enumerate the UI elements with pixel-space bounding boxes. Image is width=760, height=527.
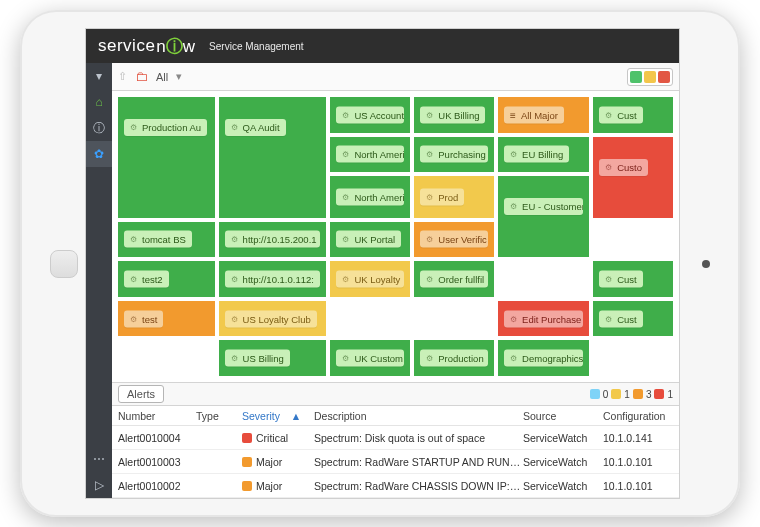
col-description[interactable]: Description	[314, 410, 523, 422]
col-source[interactable]: Source	[523, 410, 603, 422]
treemap-cell[interactable]: Prod	[412, 174, 496, 219]
treemap-chip: Prod	[420, 188, 464, 205]
treemap-chip: UK Portal	[336, 231, 401, 248]
treemap-chip: test	[124, 310, 163, 327]
col-type[interactable]: Type	[196, 410, 242, 422]
table-row[interactable]: Alert0010004CriticalSpectrum: Disk quota…	[112, 426, 679, 450]
treemap-chip: Cust	[599, 270, 643, 287]
cell-source: ServiceWatch	[523, 432, 603, 444]
treemap-chip: Cust	[599, 106, 643, 123]
treemap-cell[interactable]: Cust	[591, 299, 675, 339]
treemap-chip: Order fullfil	[420, 270, 488, 287]
treemap-cell[interactable]: Edit Purchase Or	[496, 299, 591, 339]
treemap-cell[interactable]: EU - Customer P	[496, 174, 591, 259]
view-list-icon[interactable]	[644, 71, 656, 83]
severity-box-icon	[242, 433, 252, 443]
alerts-columns: Number Type Severity ▲ Description Sourc…	[112, 406, 679, 426]
treemap-cell[interactable]: http://10.15.200.1	[217, 220, 329, 260]
chevron-down-icon[interactable]: ▾	[176, 70, 182, 83]
treemap-chip: Custo	[599, 159, 648, 176]
app-screen: service nⓘw Service Management ▾ ⌂ ⓘ ✿ ⋯…	[85, 28, 680, 499]
power-o-icon: ⓘ	[166, 37, 183, 56]
legend-info-icon	[590, 389, 600, 399]
treemap-cell[interactable]: All Major	[496, 95, 591, 135]
treemap-chip: User Verific	[420, 231, 488, 248]
treemap-chip: UK Loyalty	[336, 270, 404, 287]
col-config[interactable]: Configuration	[603, 410, 673, 422]
treemap-cell[interactable]: EU Billing	[496, 135, 591, 175]
treemap-chip: US Account	[336, 106, 404, 123]
treemap-cell[interactable]: tomcat BS	[116, 220, 217, 260]
cell-number: Alert0010002	[118, 480, 196, 492]
treemap-cell[interactable]: Cust	[591, 95, 675, 135]
legend-major-icon	[633, 389, 643, 399]
filter-all-label[interactable]: All	[156, 71, 168, 83]
treemap-chip: UK Billing	[420, 106, 485, 123]
treemap-cell[interactable]: North Ameri	[328, 135, 412, 175]
view-toggle[interactable]	[627, 68, 673, 86]
severity-legend: 0 1 3 1	[590, 389, 673, 400]
cell-config: 10.1.0.141	[603, 432, 673, 444]
treemap-chip: North Ameri	[336, 146, 404, 163]
treemap-chip: QA Audit	[225, 119, 286, 136]
alerts-header: Alerts 0 1 3 1	[112, 382, 679, 406]
home-icon[interactable]: ⌂	[86, 89, 112, 115]
treemap-cell[interactable]: Custo	[591, 135, 675, 220]
gear-icon[interactable]: ✿	[86, 141, 112, 167]
treemap-chip: All Major	[504, 106, 564, 123]
col-number[interactable]: Number	[118, 410, 196, 422]
treemap-cell[interactable]: User Verific	[412, 220, 496, 260]
cell-config: 10.1.0.101	[603, 456, 673, 468]
treemap-chip: Purchasing	[420, 146, 488, 163]
cell-severity: Major	[242, 456, 314, 468]
treemap-cell[interactable]: Cust	[591, 259, 675, 299]
treemap-cell[interactable]: test2	[116, 259, 217, 299]
treemap-chip: http://10.1.0.112:	[225, 270, 320, 287]
treemap-chip: EU - Customer P	[504, 198, 583, 215]
severity-box-icon	[242, 481, 252, 491]
severity-box-icon	[242, 457, 252, 467]
tab-alerts[interactable]: Alerts	[118, 385, 164, 403]
treemap-cell[interactable]: test	[116, 299, 217, 339]
treemap-chip: Cust	[599, 310, 643, 327]
treemap-cell[interactable]: QA Audit	[217, 95, 329, 220]
treemap-cell[interactable]: UK Custom	[328, 338, 412, 378]
view-tile-icon[interactable]	[658, 71, 670, 83]
treemap-cell[interactable]: US Loyalty Club	[217, 299, 329, 339]
brand-now: nⓘw	[156, 35, 195, 58]
table-row[interactable]: Alert0010003MajorSpectrum: RadWare START…	[112, 450, 679, 474]
sort-asc-icon: ▲	[291, 410, 301, 422]
treemap-cell[interactable]: US Account	[328, 95, 412, 135]
treemap-cell[interactable]: Demographics R	[496, 338, 591, 378]
treemap-cell[interactable]: UK Portal	[328, 220, 412, 260]
treemap-chip: tomcat BS	[124, 231, 192, 248]
treemap-cell[interactable]: http://10.1.0.112:	[217, 259, 329, 299]
upload-icon[interactable]: ⇧	[118, 70, 127, 83]
left-rail: ▾ ⌂ ⓘ ✿ ⋯ ▷	[86, 63, 112, 498]
treemap-cell[interactable]: Production Au	[116, 95, 217, 220]
treemap-cell[interactable]: UK Loyalty	[328, 259, 412, 299]
play-icon[interactable]: ▷	[86, 472, 112, 498]
treemap-cell[interactable]: Order fullfil	[412, 259, 496, 299]
folder-icon[interactable]: 🗀	[135, 69, 148, 84]
brand-service: service	[98, 36, 155, 56]
view-grid-icon[interactable]	[630, 71, 642, 83]
legend-minor-icon	[611, 389, 621, 399]
treemap-chip: US Loyalty Club	[225, 310, 317, 327]
table-row[interactable]: Alert0010002MajorSpectrum: RadWare CHASS…	[112, 474, 679, 498]
treemap-cell[interactable]: UK Billing	[412, 95, 496, 135]
home-button[interactable]	[50, 250, 78, 278]
cell-source: ServiceWatch	[523, 480, 603, 492]
cell-source: ServiceWatch	[523, 456, 603, 468]
info-icon[interactable]: ⓘ	[86, 115, 112, 141]
treemap-cell[interactable]: US Billing	[217, 338, 329, 378]
more-icon[interactable]: ⋯	[86, 446, 112, 472]
col-severity[interactable]: Severity ▲	[242, 410, 314, 422]
treemap-cell[interactable]: Production	[412, 338, 496, 378]
treemap-cell[interactable]: Purchasing	[412, 135, 496, 175]
camera-dot	[702, 260, 710, 268]
tablet-frame: service nⓘw Service Management ▾ ⌂ ⓘ ✿ ⋯…	[20, 10, 740, 517]
treemap-cell[interactable]: North Ameri	[328, 174, 412, 219]
treemap-chip: http://10.15.200.1	[225, 231, 321, 248]
filter-icon[interactable]: ▾	[86, 63, 112, 89]
